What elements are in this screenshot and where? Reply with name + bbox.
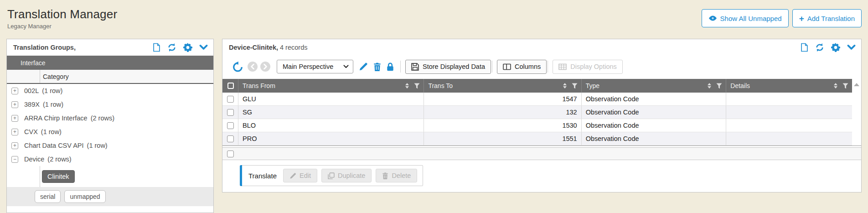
expand-icon[interactable]: + — [11, 88, 18, 94]
edit-perspective-button[interactable] — [359, 62, 368, 71]
page-header: Translation Manager Legacy Manager Show … — [0, 0, 868, 39]
new-document-icon[interactable] — [153, 43, 160, 52]
sort-icon[interactable] — [405, 83, 409, 88]
add-translation-button[interactable]: + Add Translation — [792, 9, 862, 27]
display-options-button[interactable]: Display Options — [553, 60, 623, 74]
filter-icon[interactable] — [572, 83, 578, 89]
sort-icon[interactable] — [563, 83, 567, 88]
table-row[interactable]: BLO 1530 Observation Code — [222, 119, 852, 132]
store-displayed-data-button[interactable]: Store Displayed Data — [405, 60, 491, 74]
column-header-trans-to[interactable]: Trans To — [424, 79, 581, 93]
tree-item-arra-chirp-interface[interactable]: + ARRA Chirp Interface (2 rows) — [7, 111, 213, 125]
selected-group-badge-clinitek[interactable]: Clinitek — [42, 170, 75, 183]
filter-icon[interactable] — [716, 83, 722, 89]
header-icons — [708, 83, 722, 89]
tree-item-label: 389X — [24, 101, 40, 108]
table-row[interactable]: SG 132 Observation Code — [222, 106, 852, 119]
plus-icon: + — [799, 14, 804, 23]
right-panel-title-name: Device-Clinitek, — [229, 44, 278, 51]
page-title: Translation Manager — [7, 7, 117, 21]
perspective-select[interactable]: Main Perspective — [277, 60, 353, 73]
select-all-checkbox[interactable] — [227, 83, 234, 89]
column-label: Type — [586, 82, 599, 89]
filter-icon[interactable] — [842, 83, 848, 89]
refresh-icon[interactable] — [167, 43, 176, 52]
refresh-icon[interactable] — [815, 43, 824, 52]
collapse-icon[interactable]: − — [11, 156, 18, 163]
table-row[interactable]: PRO 1551 Observation Code — [222, 132, 852, 145]
row-checkbox[interactable] — [227, 96, 234, 103]
left-panel-icons — [153, 43, 208, 52]
cell-trans-to: 1551 — [424, 132, 581, 145]
table-row[interactable]: GLU 1547 Observation Code — [222, 93, 852, 106]
expand-icon[interactable]: + — [11, 129, 18, 135]
tree-item-label: 002L — [24, 87, 39, 94]
expand-icon[interactable]: + — [11, 115, 18, 122]
cell-details — [726, 93, 852, 105]
scroll-up-icon[interactable] — [854, 83, 859, 86]
page-subtitle: Legacy Manager — [7, 23, 117, 30]
row-checkbox-cell — [222, 106, 238, 119]
cell-details — [726, 106, 852, 119]
undo-icon — [232, 62, 243, 72]
category-label: Category — [40, 70, 69, 83]
store-displayed-data-label: Store Displayed Data — [423, 63, 485, 70]
columns-button[interactable]: Columns — [497, 60, 547, 74]
cell-type: Observation Code — [581, 93, 726, 105]
tree-item-389x[interactable]: + 389X (1 row) — [7, 98, 213, 111]
column-header-details[interactable]: Details — [726, 79, 852, 93]
tree-item-chart-data-csv-api[interactable]: + Chart Data CSV API (1 row) — [7, 139, 213, 152]
sort-icon[interactable] — [834, 83, 837, 88]
delete-perspective-button[interactable] — [373, 62, 381, 71]
column-header-trans-from[interactable]: Trans From — [238, 79, 424, 93]
cell-type: Observation Code — [581, 132, 726, 145]
row-checkbox[interactable] — [227, 122, 234, 129]
header-icons — [834, 83, 848, 89]
undo-button[interactable] — [232, 62, 243, 72]
column-header-type[interactable]: Type — [581, 79, 726, 93]
right-panel-header: Device-Clinitek, 4 records — [222, 39, 861, 56]
delete-button[interactable]: Delete — [376, 169, 417, 182]
tree-item-device[interactable]: − Device (2 rows) — [7, 152, 213, 166]
column-label: Trans From — [243, 82, 275, 89]
footer-checkbox[interactable] — [227, 151, 234, 157]
previous-button[interactable] — [248, 62, 258, 72]
chevron-down-icon[interactable] — [847, 44, 856, 51]
tree-child-clinitek-row: Clinitek — [7, 166, 213, 187]
chevron-right-icon — [263, 64, 268, 69]
tree-item-label: Chart Data CSV API — [24, 142, 84, 149]
tree-item-count: (1 row) — [43, 101, 63, 108]
edit-button[interactable]: Edit — [283, 169, 317, 182]
tree-item-cvx[interactable]: + CVX (1 row) — [7, 125, 213, 139]
expand-icon[interactable]: + — [11, 142, 18, 149]
filter-icon[interactable] — [414, 83, 420, 89]
new-document-icon[interactable] — [801, 43, 808, 52]
tree-item-002l[interactable]: + 002L (1 row) — [7, 84, 213, 98]
chevron-down-icon[interactable] — [199, 44, 208, 51]
interface-column-header[interactable]: Interface — [7, 56, 213, 70]
delete-label: Delete — [392, 172, 411, 179]
gear-icon[interactable] — [183, 43, 192, 52]
cell-trans-from: SG — [238, 106, 424, 119]
row-checkbox[interactable] — [227, 135, 234, 142]
expand-icon[interactable]: + — [11, 101, 18, 108]
next-button[interactable] — [260, 62, 270, 72]
duplicate-button[interactable]: Duplicate — [321, 169, 372, 182]
gear-icon[interactable] — [831, 43, 840, 52]
tag-unmapped[interactable]: unmapped — [64, 190, 105, 203]
accent-bar — [240, 165, 242, 186]
cell-type: Observation Code — [581, 106, 726, 119]
tree-item-label: CVX — [24, 128, 38, 135]
cell-trans-from: PRO — [238, 132, 424, 145]
row-checkbox[interactable] — [227, 109, 234, 116]
add-translation-label: Add Translation — [807, 15, 855, 22]
duplicate-label: Duplicate — [338, 172, 365, 179]
row-checkbox-cell — [222, 93, 238, 105]
display-options-label: Display Options — [570, 63, 617, 70]
vertical-scrollbar[interactable] — [852, 79, 861, 145]
cell-trans-from: GLU — [238, 93, 424, 105]
lock-perspective-button[interactable] — [387, 62, 394, 71]
show-all-unmapped-button[interactable]: Show All Unmapped — [702, 9, 789, 27]
tag-serial[interactable]: serial — [35, 190, 61, 203]
sort-icon[interactable] — [708, 83, 711, 88]
